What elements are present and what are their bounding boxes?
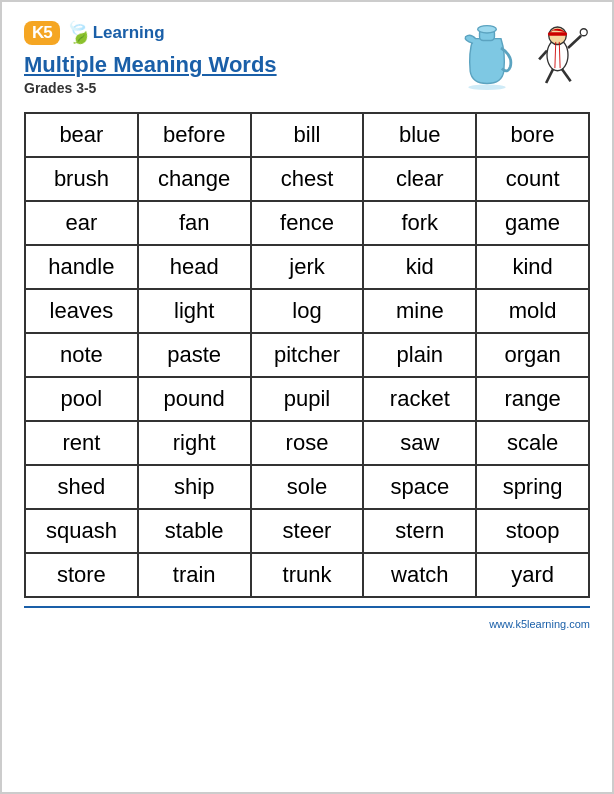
word-cell: racket bbox=[363, 377, 476, 421]
word-cell: watch bbox=[363, 553, 476, 597]
word-cell: rent bbox=[25, 421, 138, 465]
word-cell: pound bbox=[138, 377, 251, 421]
footer-divider bbox=[24, 606, 590, 608]
word-cell: store bbox=[25, 553, 138, 597]
word-cell: space bbox=[363, 465, 476, 509]
k5-text: K5 bbox=[32, 23, 52, 43]
table-row: poolpoundpupilracketrange bbox=[25, 377, 589, 421]
svg-line-8 bbox=[546, 69, 553, 83]
table-row: storetraintrunkwatchyard bbox=[25, 553, 589, 597]
page: K5 🍃 Learning Multiple Meaning Words Gra… bbox=[0, 0, 614, 794]
website-link[interactable]: www.k5learning.com bbox=[489, 618, 590, 630]
words-table: bearbeforebillblueborebrushchangechestcl… bbox=[24, 112, 590, 598]
word-cell: count bbox=[476, 157, 589, 201]
word-cell: spring bbox=[476, 465, 589, 509]
word-cell: train bbox=[138, 553, 251, 597]
header-images bbox=[457, 20, 590, 90]
word-cell: head bbox=[138, 245, 251, 289]
word-cell: fork bbox=[363, 201, 476, 245]
logo-area: K5 🍃 Learning bbox=[24, 20, 277, 46]
word-cell: right bbox=[138, 421, 251, 465]
word-cell: ear bbox=[25, 201, 138, 245]
word-cell: stable bbox=[138, 509, 251, 553]
word-cell: chest bbox=[251, 157, 364, 201]
svg-rect-5 bbox=[548, 32, 567, 36]
k5-logo-box: K5 bbox=[24, 21, 60, 45]
word-cell: leaves bbox=[25, 289, 138, 333]
table-row: leaveslightlogminemold bbox=[25, 289, 589, 333]
footer: www.k5learning.com bbox=[24, 618, 590, 630]
svg-point-2 bbox=[478, 26, 497, 33]
word-cell: fan bbox=[138, 201, 251, 245]
table-row: bearbeforebillbluebore bbox=[25, 113, 589, 157]
word-cell: before bbox=[138, 113, 251, 157]
table-row: squashstablesteersternstoop bbox=[25, 509, 589, 553]
word-cell: ship bbox=[138, 465, 251, 509]
page-title: Multiple Meaning Words bbox=[24, 52, 277, 78]
pitcher-icon bbox=[457, 20, 517, 90]
word-cell: saw bbox=[363, 421, 476, 465]
word-cell: game bbox=[476, 201, 589, 245]
word-cell: clear bbox=[363, 157, 476, 201]
baseball-player-icon bbox=[525, 20, 590, 90]
word-cell: scale bbox=[476, 421, 589, 465]
word-cell: stern bbox=[363, 509, 476, 553]
word-cell: trunk bbox=[251, 553, 364, 597]
table-row: brushchangechestclearcount bbox=[25, 157, 589, 201]
word-cell: kid bbox=[363, 245, 476, 289]
word-cell: stoop bbox=[476, 509, 589, 553]
word-cell: mold bbox=[476, 289, 589, 333]
word-cell: brush bbox=[25, 157, 138, 201]
header-left: K5 🍃 Learning Multiple Meaning Words Gra… bbox=[24, 20, 277, 106]
svg-line-7 bbox=[539, 51, 547, 60]
learning-text: Learning bbox=[93, 23, 165, 43]
word-cell: bill bbox=[251, 113, 364, 157]
word-cell: steer bbox=[251, 509, 364, 553]
word-cell: change bbox=[138, 157, 251, 201]
word-cell: plain bbox=[363, 333, 476, 377]
word-cell: bore bbox=[476, 113, 589, 157]
table-row: handleheadjerkkidkind bbox=[25, 245, 589, 289]
word-cell: mine bbox=[363, 289, 476, 333]
svg-line-9 bbox=[562, 69, 571, 81]
word-cell: rose bbox=[251, 421, 364, 465]
table-row: rentrightrosesawscale bbox=[25, 421, 589, 465]
svg-line-6 bbox=[568, 36, 581, 48]
word-cell: light bbox=[138, 289, 251, 333]
word-cell: jerk bbox=[251, 245, 364, 289]
grade-subtitle: Grades 3-5 bbox=[24, 80, 277, 96]
word-cell: shed bbox=[25, 465, 138, 509]
word-cell: yard bbox=[476, 553, 589, 597]
word-cell: note bbox=[25, 333, 138, 377]
svg-point-0 bbox=[468, 84, 505, 90]
table-row: notepastepitcherplainorgan bbox=[25, 333, 589, 377]
word-cell: fence bbox=[251, 201, 364, 245]
word-cell: organ bbox=[476, 333, 589, 377]
svg-point-10 bbox=[580, 29, 587, 36]
table-row: earfanfenceforkgame bbox=[25, 201, 589, 245]
word-cell: bear bbox=[25, 113, 138, 157]
word-cell: squash bbox=[25, 509, 138, 553]
word-cell: blue bbox=[363, 113, 476, 157]
word-cell: pool bbox=[25, 377, 138, 421]
word-cell: range bbox=[476, 377, 589, 421]
word-cell: kind bbox=[476, 245, 589, 289]
header: K5 🍃 Learning Multiple Meaning Words Gra… bbox=[24, 20, 590, 106]
word-cell: pupil bbox=[251, 377, 364, 421]
word-cell: sole bbox=[251, 465, 364, 509]
word-cell: paste bbox=[138, 333, 251, 377]
word-cell: handle bbox=[25, 245, 138, 289]
word-cell: log bbox=[251, 289, 364, 333]
leaf-icon: 🍃 bbox=[61, 16, 95, 50]
word-cell: pitcher bbox=[251, 333, 364, 377]
table-row: shedshipsolespacespring bbox=[25, 465, 589, 509]
